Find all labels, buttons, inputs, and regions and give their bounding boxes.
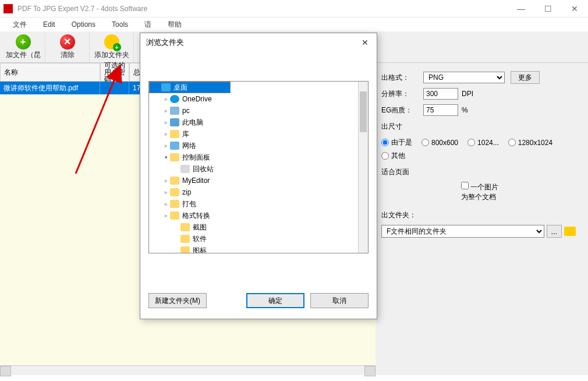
plus-icon: + [16,34,31,50]
expander-icon[interactable]: ▾ [162,154,170,160]
tree-item[interactable]: ▹zip [149,186,368,198]
folder-icon [170,177,179,185]
out-folder-select[interactable]: F文件相同的文件夹 [381,225,544,238]
expander-icon[interactable]: ▹ [162,143,170,149]
tree-item[interactable]: 软件 [149,233,368,245]
window-title: PDF To JPG Expert V2.7 - 4dots Software [17,5,508,13]
close-button[interactable]: ✕ [561,0,588,17]
tree-item[interactable]: ▹pc [149,105,368,117]
tree-item[interactable]: ▹MyEditor [149,175,368,186]
thispc-icon [170,118,179,126]
col-password[interactable]: 可选的用户密码 [100,63,129,82]
menu-edit[interactable]: Edit [35,18,63,31]
radio-800-input[interactable] [421,139,429,146]
clear-label: 清除 [61,50,75,60]
out-format-label: 出格式： [381,73,423,83]
fit-page-label: 适合页面 [381,167,409,177]
expander-icon[interactable]: ▹ [162,108,170,114]
menu-lang[interactable]: 语 [136,17,160,32]
tree-item[interactable]: ▹库 [149,128,368,140]
tree-item-label: 打包 [182,199,196,209]
folder-icon[interactable] [564,227,576,236]
add-file-label: 加文件（昆 [6,50,41,60]
radio-1024[interactable]: 1024... [467,139,499,147]
jpeg-quality-label: EG画质： [381,105,423,115]
tree-item[interactable]: ▹OneDrive [149,93,368,105]
app-icon [3,4,13,13]
out-size-label: 出尺寸 [381,122,423,132]
tree-item-label: MyEditor [182,177,210,185]
resolution-input[interactable] [423,88,458,100]
folder-icon [170,153,179,161]
folder-tree[interactable]: 桌面▹OneDrive▹pc▹此电脑▹库▹网络▾控制面板回收站▹MyEditor… [148,81,369,253]
one-image-checkbox[interactable]: 一个图片为整个文档 [461,182,503,202]
minimize-button[interactable]: — [508,0,534,17]
dialog-title: 浏览文件夹 [146,37,359,48]
tree-item[interactable]: ▹格式转换 [149,210,368,221]
jpeg-quality-input[interactable] [423,104,458,116]
more-button[interactable]: 更多 [511,71,540,84]
expander-icon[interactable]: ▹ [162,119,170,125]
one-image-input[interactable] [461,182,469,189]
tree-item[interactable]: 图标 [149,245,368,253]
tree-item-label: zip [182,188,191,196]
out-format-select[interactable]: PNG [423,72,505,83]
cell-password [100,82,129,94]
tree-item-label: 回收站 [193,164,214,174]
tree-item[interactable]: ▹打包 [149,198,368,210]
tree-item-label: 截图 [193,223,207,232]
menu-tools[interactable]: Tools [104,18,136,31]
radio-1280-input[interactable] [508,139,516,146]
expander-icon[interactable]: ▹ [162,213,170,218]
radio-since[interactable]: 由于是 [381,137,412,147]
radio-800[interactable]: 800x600 [421,139,458,147]
expander-icon[interactable]: ▹ [162,201,170,207]
folder-icon [180,246,190,253]
browse-folder-button[interactable]: ... [547,225,562,238]
tree-item[interactable]: 回收站 [149,163,368,175]
dialog-close-button[interactable]: ✕ [359,38,371,47]
radio-1280[interactable]: 1280x1024 [508,139,552,147]
expander-icon[interactable]: ▹ [162,96,170,102]
cell-name: 微讲师软件使用帮助.pdf [0,82,100,94]
tree-item[interactable]: ▾控制面板 [149,151,368,163]
tree-item[interactable]: ▹网络 [149,140,368,151]
col-name[interactable]: 名称 [0,63,100,82]
tree-item-label: 此电脑 [182,118,203,128]
tree-item[interactable]: 桌面 [149,82,231,93]
onedrive-icon [170,95,179,103]
expander-icon[interactable]: ▹ [162,178,170,184]
add-folder-button[interactable]: 添加文件夹 [90,31,134,62]
titlebar: PDF To JPG Expert V2.7 - 4dots Software … [0,0,588,17]
tree-item[interactable]: ▹此电脑 [149,117,368,128]
expander-icon[interactable]: ▹ [162,189,170,195]
delete-icon: ✕ [60,34,75,50]
add-file-button[interactable]: + 加文件（昆 [1,31,45,62]
menu-options[interactable]: Options [63,18,104,31]
clear-button[interactable]: ✕ 清除 [45,31,90,62]
folder-icon [180,235,190,243]
percent-label: % [462,106,468,114]
new-folder-button[interactable]: 新建文件夹(M) [148,293,207,308]
ok-button[interactable]: 确定 [246,293,304,308]
scroll-thumb[interactable] [360,91,367,132]
folder-icon [170,200,179,208]
radio-since-input[interactable] [381,139,389,146]
cancel-button[interactable]: 取消 [310,293,369,308]
menu-file[interactable]: 文件 [5,17,35,32]
radio-other[interactable]: 其他 [381,151,405,161]
menubar: 文件 Edit Options Tools 语 帮助 [0,17,588,31]
resolution-label: 分辨率： [381,89,423,99]
tree-item-label: 网络 [182,141,196,151]
out-folder-label: 出文件夹： [381,210,416,220]
menu-help[interactable]: 帮助 [160,17,190,32]
tree-item-label: pc [182,107,190,115]
radio-other-input[interactable] [381,152,389,160]
vertical-scrollbar[interactable] [358,82,368,253]
tree-item[interactable]: 截图 [149,221,368,233]
horizontal-scrollbar[interactable] [0,365,376,375]
expander-icon[interactable]: ▹ [162,131,170,137]
maximize-button[interactable]: ☐ [534,0,561,17]
tree-item-label: 控制面板 [182,153,210,163]
radio-1024-input[interactable] [467,139,475,146]
